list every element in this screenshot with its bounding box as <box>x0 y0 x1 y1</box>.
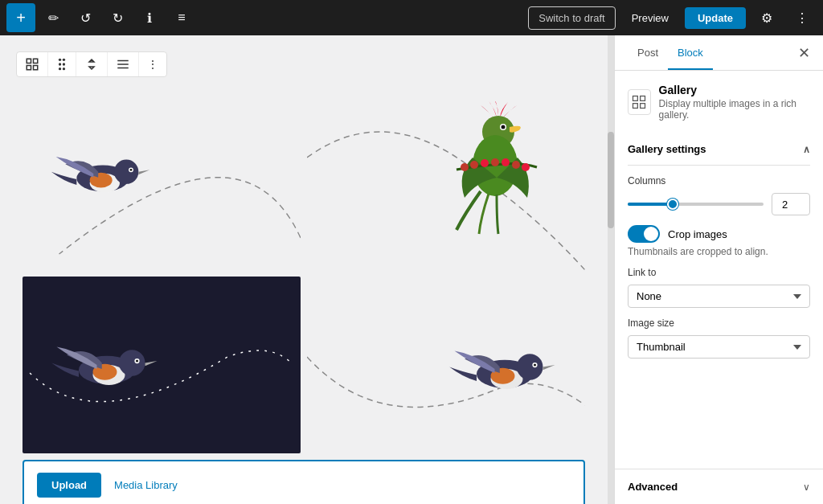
svg-point-7 <box>63 63 65 65</box>
gallery-settings-body: Columns Crop images <box>628 166 810 378</box>
svg-point-6 <box>59 63 61 65</box>
svg-rect-45 <box>633 96 638 101</box>
sidebar: Post Block ✕ Gallery Display multiple <box>614 35 823 504</box>
top-bar-center: Switch to draft Preview Update ⚙ ⋮ <box>528 3 817 32</box>
block-list-button[interactable]: ≡ <box>167 3 196 32</box>
svg-point-24 <box>481 159 489 167</box>
svg-point-41 <box>517 354 543 380</box>
svg-point-26 <box>502 158 510 166</box>
advanced-section: Advanced ∨ <box>615 469 823 504</box>
crop-images-desc: Thumbnails are cropped to align. <box>628 246 810 257</box>
link-to-select[interactable]: None Media File Attachment Page <box>628 285 810 308</box>
tab-post[interactable]: Post <box>628 35 668 70</box>
editor-area: ⋮ <box>0 35 608 504</box>
block-info: Gallery Display multiple images in a ric… <box>628 84 810 121</box>
svg-point-4 <box>59 59 61 61</box>
upload-button[interactable]: Upload <box>37 473 101 498</box>
svg-rect-3 <box>34 66 38 70</box>
block-desc-text: Display multiple images in a rich galler… <box>659 98 810 121</box>
svg-rect-48 <box>641 104 645 109</box>
sidebar-content: Gallery Display multiple images in a ric… <box>615 71 823 469</box>
svg-point-22 <box>461 163 469 171</box>
add-block-button[interactable]: + <box>6 3 35 32</box>
tools-button[interactable]: ✏ <box>39 3 68 32</box>
svg-point-8 <box>59 68 61 70</box>
block-name-label: Gallery <box>659 84 810 96</box>
tab-block[interactable]: Block <box>668 35 713 70</box>
svg-marker-17 <box>138 170 149 174</box>
block-info-text: Gallery Display multiple images in a ric… <box>659 84 810 121</box>
more-options-button[interactable]: ⋮ <box>788 3 817 32</box>
crop-images-row: Crop images <box>628 225 810 243</box>
undo-button[interactable]: ↺ <box>71 3 100 32</box>
gallery-cell-4[interactable] <box>307 277 585 453</box>
switch-draft-button[interactable]: Switch to draft <box>528 6 615 30</box>
svg-rect-0 <box>27 59 31 63</box>
block-type-icon <box>628 89 651 115</box>
svg-rect-47 <box>633 104 638 109</box>
svg-rect-1 <box>34 59 38 63</box>
sidebar-header: Post Block ✕ <box>615 35 823 71</box>
info-button[interactable]: ℹ <box>135 3 164 32</box>
block-toolbar: ⋮ <box>16 51 167 77</box>
sidebar-tabs: Post Block <box>628 35 713 70</box>
svg-rect-2 <box>27 66 31 70</box>
image-size-select[interactable]: Thumbnail Medium Large Full Size <box>628 335 810 359</box>
svg-point-19 <box>130 169 133 171</box>
redo-button[interactable]: ↻ <box>103 3 132 32</box>
gallery-cell-3[interactable] <box>23 277 301 453</box>
svg-point-27 <box>512 161 520 169</box>
block-more-options-button[interactable]: ⋮ <box>139 53 166 76</box>
columns-slider-thumb[interactable] <box>667 199 678 210</box>
upload-row: Upload Media Library <box>23 460 585 504</box>
media-library-button[interactable]: Media Library <box>114 479 178 491</box>
gallery-container: Upload Media Library Write gallery capti… <box>16 87 592 504</box>
settings-button[interactable]: ⚙ <box>752 3 781 32</box>
columns-slider-fill <box>628 203 673 206</box>
gallery-settings-title: Gallery settings <box>628 143 706 155</box>
gallery-settings-header[interactable]: Gallery settings ∧ <box>628 133 810 166</box>
svg-point-28 <box>522 163 530 171</box>
svg-point-5 <box>63 59 65 61</box>
advanced-section-header[interactable]: Advanced ∨ <box>615 469 823 504</box>
preview-button[interactable]: Preview <box>622 7 678 29</box>
sidebar-close-button[interactable]: ✕ <box>798 44 810 62</box>
gallery-cell-1[interactable] <box>23 93 301 270</box>
editor-scrollbar[interactable] <box>608 35 614 504</box>
main-layout: ⋮ <box>0 35 823 504</box>
svg-point-37 <box>136 360 138 363</box>
advanced-title: Advanced <box>628 481 678 493</box>
svg-point-16 <box>114 160 138 184</box>
move-up-down-button[interactable] <box>76 52 108 76</box>
columns-input[interactable] <box>772 193 810 215</box>
crop-images-toggle[interactable] <box>628 225 660 243</box>
image-size-label: Image size <box>628 318 810 329</box>
svg-point-23 <box>470 161 478 169</box>
update-button[interactable]: Update <box>685 7 746 29</box>
image-size-group: Image size Thumbnail Medium Large Full S… <box>628 318 810 359</box>
svg-point-30 <box>502 125 506 129</box>
top-bar-left: + ✏ ↺ ↻ ℹ ≡ <box>6 3 196 32</box>
svg-point-25 <box>491 158 499 166</box>
columns-label: Columns <box>628 175 810 186</box>
gallery-block-icon-button[interactable] <box>17 52 48 76</box>
svg-point-34 <box>119 350 145 376</box>
editor-wrapper: ⋮ <box>0 35 614 504</box>
svg-marker-42 <box>543 365 555 370</box>
close-icon: ✕ <box>798 44 810 62</box>
gallery-grid <box>23 93 585 453</box>
svg-point-9 <box>63 68 65 70</box>
editor-scrollbar-thumb[interactable] <box>608 132 614 228</box>
columns-slider-track[interactable] <box>628 203 764 206</box>
toggle-knob <box>644 227 658 241</box>
link-to-group: Link to None Media File Attachment Page <box>628 267 810 308</box>
gallery-settings-section: Gallery settings ∧ Columns <box>628 133 810 378</box>
drag-handle-button[interactable] <box>48 52 76 76</box>
svg-point-44 <box>534 364 536 367</box>
svg-rect-46 <box>641 96 645 101</box>
top-bar: + ✏ ↺ ↻ ℹ ≡ Switch to draft Preview Upda… <box>0 0 823 35</box>
columns-slider-row <box>628 193 810 215</box>
gallery-cell-2[interactable] <box>307 93 585 270</box>
advanced-chevron-icon: ∨ <box>803 481 810 493</box>
align-button[interactable] <box>108 52 139 76</box>
